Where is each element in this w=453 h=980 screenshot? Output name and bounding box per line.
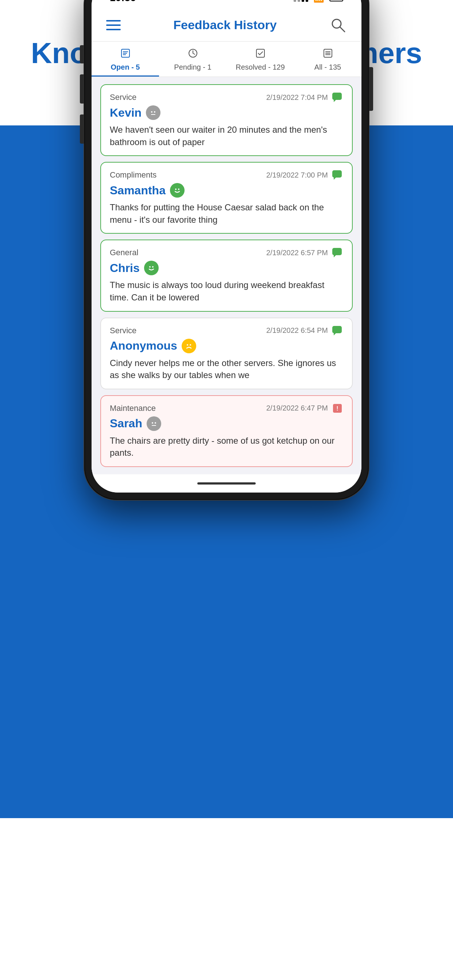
feedback-card-samantha[interactable]: Compliments 2/19/2022 7:00 PM: [100, 162, 353, 234]
svg-point-17: [151, 111, 152, 113]
card-date: 2/19/2022 7:04 PM: [266, 93, 328, 102]
home-indicator: [91, 474, 362, 493]
card-category: Compliments: [110, 170, 156, 180]
app-header: Feedback History: [91, 9, 362, 41]
svg-marker-15: [334, 100, 336, 102]
feedback-card-kevin[interactable]: Service 2/19/2022 7:04 PM: [100, 84, 353, 156]
sentiment-icon-sad: [182, 339, 196, 353]
tab-pending-label: Pending - 1: [174, 63, 211, 72]
chat-icon: [332, 248, 343, 258]
menu-button[interactable]: [106, 20, 121, 30]
search-icon: [329, 16, 347, 34]
svg-rect-20: [332, 170, 342, 178]
customer-name: Chris: [110, 261, 140, 275]
svg-rect-30: [332, 326, 342, 333]
chat-icon: [332, 170, 343, 180]
alert-icon: !: [332, 403, 343, 414]
feedback-list: Service 2/19/2022 7:04 PM: [91, 77, 362, 474]
volume-up-button: [80, 75, 84, 103]
tab-all-icon: [323, 48, 333, 61]
right-side-buttons: [369, 67, 373, 111]
card-meta: 2/19/2022 6:47 PM !: [266, 403, 343, 414]
feedback-card-sarah[interactable]: Maintenance 2/19/2022 6:47 PM !: [100, 395, 353, 467]
volume-down-button: [80, 115, 84, 144]
card-name-row: Samantha: [110, 183, 343, 197]
svg-rect-25: [332, 248, 342, 255]
svg-point-22: [172, 185, 182, 196]
tab-resolved-label: Resolved - 129: [236, 63, 285, 72]
chat-icon: [332, 92, 343, 102]
feedback-card-anonymous[interactable]: Service 2/19/2022 6:54 PM: [100, 318, 353, 390]
tab-all[interactable]: All - 135: [294, 41, 362, 76]
card-date: 2/19/2022 6:57 PM: [266, 249, 328, 257]
sentiment-icon-happy: [170, 183, 185, 197]
svg-point-39: [155, 422, 156, 424]
customer-name: Sarah: [110, 417, 142, 430]
card-date: 2/19/2022 7:00 PM: [266, 171, 328, 180]
wifi-icon: 📶: [313, 0, 324, 3]
card-name-row: Kevin: [110, 105, 343, 120]
search-button[interactable]: [329, 16, 347, 34]
svg-point-38: [152, 422, 153, 424]
card-message: The music is always too loud during week…: [110, 279, 343, 303]
card-category: Service: [110, 326, 136, 336]
svg-marker-31: [334, 333, 336, 336]
phone-screen: 10:36 📶: [91, 0, 362, 493]
svg-point-27: [146, 263, 156, 273]
location-icon: [139, 0, 146, 2]
svg-point-23: [175, 188, 177, 190]
svg-point-18: [154, 111, 155, 113]
card-category: Maintenance: [110, 404, 156, 413]
status-icons: 📶: [293, 0, 343, 3]
tab-open[interactable]: Open - 5: [91, 41, 159, 76]
card-meta: 2/19/2022 6:54 PM: [266, 326, 343, 336]
phone-mockup: 10:36 📶: [84, 0, 369, 500]
signal-icon: [293, 0, 308, 2]
feedback-card-chris[interactable]: General 2/19/2022 6:57 PM: [100, 240, 353, 311]
card-meta: 2/19/2022 7:04 PM: [266, 92, 343, 102]
phone-frame: 10:36 📶: [84, 0, 369, 500]
card-header: Service 2/19/2022 6:54 PM: [110, 326, 343, 336]
card-header: General 2/19/2022 6:57 PM: [110, 248, 343, 258]
card-meta: 2/19/2022 6:57 PM: [266, 248, 343, 258]
silent-button: [80, 45, 84, 64]
card-header: Service 2/19/2022 7:04 PM: [110, 92, 343, 102]
card-header: Compliments 2/19/2022 7:00 PM: [110, 170, 343, 180]
tab-pending[interactable]: Pending - 1: [159, 41, 226, 76]
chat-icon: [332, 326, 343, 336]
svg-marker-21: [334, 178, 336, 180]
battery-icon: [329, 0, 343, 2]
customer-name: Samantha: [110, 184, 166, 197]
svg-rect-14: [332, 92, 342, 100]
svg-text:!: !: [336, 406, 338, 412]
card-category: General: [110, 248, 138, 258]
card-category: Service: [110, 92, 136, 102]
sentiment-icon-happy: [144, 261, 159, 275]
svg-point-32: [184, 341, 194, 351]
power-button: [369, 67, 373, 111]
time-label: 10:36: [110, 0, 136, 4]
card-name-row: Sarah: [110, 416, 343, 431]
tab-resolved-icon: [255, 48, 266, 61]
card-date: 2/19/2022 6:54 PM: [266, 326, 328, 335]
svg-marker-26: [334, 255, 336, 258]
status-time: 10:36: [110, 0, 146, 4]
svg-point-37: [149, 418, 159, 429]
tab-all-label: All - 135: [314, 63, 341, 72]
card-name-row: Anonymous: [110, 339, 343, 353]
svg-point-29: [152, 266, 153, 267]
card-message: We haven't seen our waiter in 20 minutes…: [110, 124, 343, 148]
tab-open-icon: [120, 48, 131, 61]
tab-resolved[interactable]: Resolved - 129: [226, 41, 294, 76]
card-header: Maintenance 2/19/2022 6:47 PM !: [110, 403, 343, 414]
home-bar: [197, 482, 256, 485]
card-message: Cindy never helps me or the other server…: [110, 357, 343, 381]
svg-rect-9: [257, 49, 265, 57]
card-message: Thanks for putting the House Caesar sala…: [110, 201, 343, 226]
app-title: Feedback History: [173, 18, 276, 32]
card-name-row: Chris: [110, 261, 343, 275]
sentiment-icon-neutral: [147, 416, 161, 431]
tabs-bar: Open - 5 Pending - 1: [91, 41, 362, 77]
card-meta: 2/19/2022 7:00 PM: [266, 170, 343, 180]
card-message: The chairs are pretty dirty - some of us…: [110, 434, 343, 459]
